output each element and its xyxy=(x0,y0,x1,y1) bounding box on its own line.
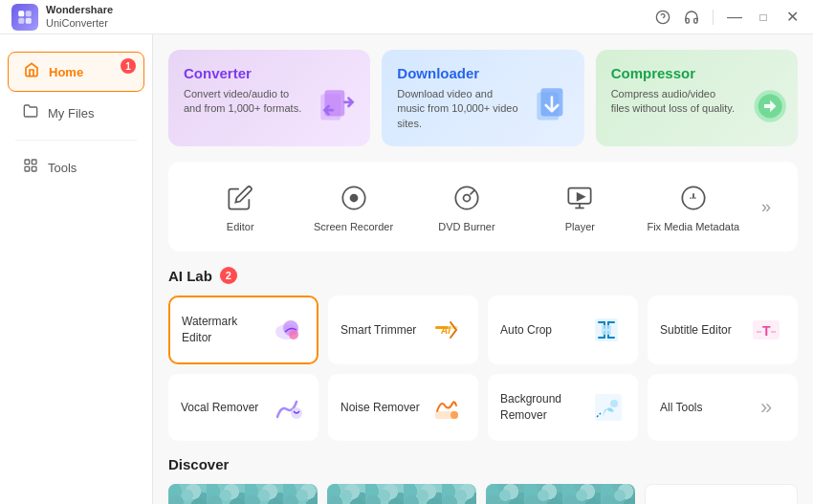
auto-crop-icon xyxy=(587,311,626,349)
fix-media-metadata-label: Fix Media Metadata xyxy=(647,221,739,232)
svg-line-21 xyxy=(470,190,474,195)
support-icon[interactable] xyxy=(653,8,672,27)
svg-rect-8 xyxy=(25,166,30,171)
svg-point-43 xyxy=(450,411,458,419)
svg-rect-36 xyxy=(602,325,611,335)
maximize-icon[interactable]: □ xyxy=(754,8,773,27)
home-badge: 1 xyxy=(121,58,136,74)
discover-title: Discover xyxy=(168,456,229,472)
smart-trimmer-card[interactable]: Smart Trimmer AI xyxy=(328,296,478,364)
minimize-icon[interactable]: — xyxy=(725,8,744,27)
compressor-icon xyxy=(742,82,790,139)
smart-trimmer-icon: AI xyxy=(428,311,466,349)
ai-lab-grid: Watermark Editor Smart Trimmer xyxy=(168,296,798,441)
vocal-remover-card[interactable]: Vocal Remover xyxy=(168,374,319,441)
svg-rect-0 xyxy=(18,11,24,16)
converter-icon xyxy=(315,82,363,139)
noise-remover-label: Noise Remover xyxy=(341,400,420,416)
editor-tool[interactable]: Editor xyxy=(184,173,297,240)
tools-row: Editor Screen Recorder xyxy=(168,162,798,252)
svg-text:T: T xyxy=(762,323,771,339)
discover-header: Discover xyxy=(168,456,798,472)
compressor-title: Compressor xyxy=(611,65,782,81)
svg-point-31 xyxy=(289,330,298,340)
vocal-remover-label: Vocal Remover xyxy=(181,400,258,416)
downloader-title: Downloader xyxy=(397,65,568,81)
compressor-desc: Compress audio/video files without loss … xyxy=(611,87,736,117)
sidebar-item-my-files[interactable]: My Files xyxy=(8,94,144,132)
dvd-burner-label: DVD Burner xyxy=(438,221,494,232)
watermark-editor-icon xyxy=(268,311,305,349)
screen-recorder-tool[interactable]: Screen Recorder xyxy=(297,173,409,240)
all-tools-card[interactable]: All Tools » xyxy=(648,374,798,441)
discover-image-3[interactable] xyxy=(486,484,635,504)
downloader-card[interactable]: Downloader Download video and music from… xyxy=(382,50,583,146)
downloader-desc: Download video and music from 10,000+ vi… xyxy=(397,87,521,131)
svg-rect-1 xyxy=(26,11,32,16)
player-label: Player xyxy=(565,221,595,232)
app-name: Wondershare UniConverter xyxy=(46,4,113,29)
subtitle-editor-card[interactable]: Subtitle Editor T xyxy=(648,296,798,364)
discover-image-1[interactable] xyxy=(168,484,318,504)
dvd-burner-tool[interactable]: DVD Burner xyxy=(410,173,523,240)
smart-trimmer-label: Smart Trimmer xyxy=(341,322,416,339)
svg-marker-23 xyxy=(578,194,584,201)
svg-point-20 xyxy=(463,195,470,202)
player-tool[interactable]: Player xyxy=(523,173,636,240)
svg-rect-3 xyxy=(26,17,32,23)
background-remover-icon xyxy=(591,388,626,427)
svg-text:AI: AI xyxy=(440,325,450,336)
titlebar-left: Wondershare UniConverter xyxy=(11,4,113,31)
ai-lab-title: AI Lab xyxy=(168,268,212,284)
converter-desc: Convert video/audio to and from 1,000+ f… xyxy=(184,87,308,117)
svg-point-45 xyxy=(610,400,618,407)
discover-images: Learn More » xyxy=(168,484,798,504)
tools-more-button[interactable]: » xyxy=(750,189,782,225)
my-files-label: My Files xyxy=(48,106,94,121)
svg-rect-9 xyxy=(32,166,36,171)
converter-card[interactable]: Converter Convert video/audio to and fro… xyxy=(168,50,370,146)
discover-image-2[interactable] xyxy=(327,484,476,504)
svg-rect-2 xyxy=(18,17,24,23)
watermark-editor-card[interactable]: Watermark Editor xyxy=(168,296,319,364)
background-remover-card[interactable]: Background Remover xyxy=(488,374,638,441)
main-layout: Home 1 My Files Tools xyxy=(0,34,813,504)
home-label: Home xyxy=(49,65,83,79)
vocal-remover-icon xyxy=(268,388,306,427)
discover-learn-more-button[interactable]: Learn More » xyxy=(645,484,798,504)
all-tools-label: All Tools xyxy=(660,400,702,416)
discover-section: Discover Learn More » xyxy=(168,456,798,504)
subtitle-editor-icon: T xyxy=(747,311,785,349)
feature-cards: Converter Convert video/audio to and fro… xyxy=(168,50,798,146)
sidebar-divider xyxy=(15,140,137,141)
headset-icon[interactable] xyxy=(682,8,701,27)
screen-recorder-icon xyxy=(337,181,371,215)
ai-lab-badge: 2 xyxy=(220,267,237,284)
svg-rect-6 xyxy=(25,160,30,164)
sidebar: Home 1 My Files Tools xyxy=(0,34,153,504)
sidebar-item-home[interactable]: Home 1 xyxy=(8,52,144,92)
auto-crop-card[interactable]: Auto Crop xyxy=(488,296,638,364)
sidebar-item-tools[interactable]: Tools xyxy=(8,148,144,186)
main-content: Converter Convert video/audio to and fro… xyxy=(153,34,813,504)
tools-label: Tools xyxy=(48,161,77,175)
downloader-icon xyxy=(529,82,577,139)
background-remover-label: Background Remover xyxy=(500,391,591,424)
home-icon xyxy=(24,62,39,81)
app-logo xyxy=(11,4,38,31)
noise-remover-icon xyxy=(428,388,466,427)
titlebar-controls: — □ ✕ xyxy=(653,8,802,27)
dvd-burner-icon xyxy=(450,181,484,215)
noise-remover-card[interactable]: Noise Remover xyxy=(328,374,478,441)
close-icon[interactable]: ✕ xyxy=(782,8,802,27)
svg-point-18 xyxy=(350,195,357,202)
compressor-card[interactable]: Compressor Compress audio/video files wi… xyxy=(596,50,798,146)
ai-lab-header: AI Lab 2 xyxy=(168,267,798,284)
fix-media-metadata-tool[interactable]: Fix Media Metadata xyxy=(637,173,750,240)
player-icon xyxy=(562,181,597,215)
tools-icon xyxy=(23,158,38,177)
all-tools-icon: » xyxy=(747,388,785,427)
fix-media-metadata-icon xyxy=(676,181,711,215)
auto-crop-label: Auto Crop xyxy=(500,322,552,339)
svg-rect-7 xyxy=(32,160,36,164)
